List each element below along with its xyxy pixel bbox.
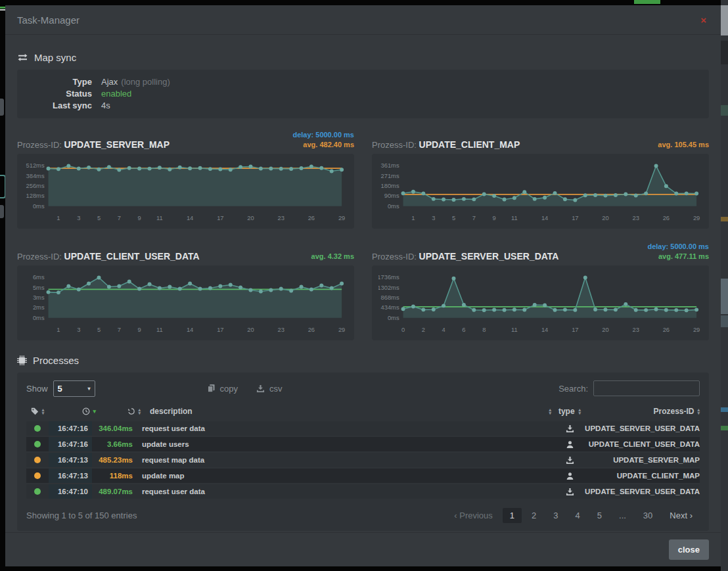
chart-area-svg: 6ms5ms3ms2ms0ms1357911141720232629 bbox=[24, 271, 348, 335]
table-row[interactable]: 16:47:16346.04msrequest user dataUPDATE_… bbox=[26, 421, 700, 436]
type-cell bbox=[551, 456, 588, 465]
chart-avg-value: avg. 4.32 ms bbox=[311, 252, 354, 262]
pagination-previous[interactable]: ‹ Previous bbox=[447, 508, 500, 523]
pagination-page-...[interactable]: ... bbox=[612, 508, 633, 523]
svg-text:1: 1 bbox=[411, 215, 415, 221]
col-process-id-header[interactable]: Prozess-ID ▴▾ bbox=[588, 407, 700, 416]
svg-text:3: 3 bbox=[432, 215, 435, 221]
chart-area-svg: 1736ms1302ms868ms434ms0ms024681114172023… bbox=[378, 271, 702, 335]
map-sync-status-row: Status enabled bbox=[26, 88, 700, 100]
status-cell bbox=[26, 425, 49, 432]
pagination-next[interactable]: Next › bbox=[662, 508, 700, 523]
status-value: enabled bbox=[101, 88, 131, 100]
chart-block: Prozess-ID: UPDATE_SERVER_USER_DATAdelay… bbox=[372, 238, 709, 340]
description-cell: update users bbox=[137, 440, 551, 448]
duration-cell: 346.04ms bbox=[92, 424, 137, 432]
close-button[interactable]: close bbox=[669, 539, 709, 560]
processes-panel: Show 5 ▾ copy csv bbox=[17, 373, 709, 531]
type-label: Type bbox=[26, 76, 92, 88]
svg-text:23: 23 bbox=[633, 327, 639, 333]
charts-grid: Prozess-ID: UPDATE_SERVER_MAPdelay: 5000… bbox=[17, 126, 709, 340]
process-table-body: 16:47:16346.04msrequest user dataUPDATE_… bbox=[26, 421, 700, 499]
sort-icon: ▴▾ bbox=[138, 408, 141, 415]
table-controls: Show 5 ▾ copy csv bbox=[26, 379, 700, 398]
type-cell bbox=[551, 424, 588, 433]
svg-text:26: 26 bbox=[308, 327, 315, 333]
col-time-header[interactable]: ▾ bbox=[49, 407, 100, 415]
pagination-page-3[interactable]: 3 bbox=[546, 508, 565, 523]
description-column-label: description bbox=[150, 407, 193, 416]
svg-text:0: 0 bbox=[401, 327, 405, 333]
pagination-page-30[interactable]: 30 bbox=[636, 508, 660, 523]
col-status-header[interactable]: ▴▾ bbox=[26, 407, 49, 415]
scrollbar-thumb[interactable] bbox=[721, 5, 728, 35]
svg-text:7: 7 bbox=[118, 327, 121, 333]
table-row[interactable]: 16:47:10489.07msrequest user dataUPDATE_… bbox=[26, 484, 700, 499]
process-id-cell: UPDATE_SERVER_MAP bbox=[588, 456, 700, 464]
description-cell: request map data bbox=[137, 456, 551, 464]
svg-text:20: 20 bbox=[602, 215, 608, 221]
col-type-header[interactable]: type ▴▾ bbox=[551, 407, 588, 416]
svg-text:11: 11 bbox=[511, 327, 518, 333]
svg-text:9: 9 bbox=[138, 215, 141, 221]
process-id-prefix: Prozess-ID: bbox=[17, 140, 62, 150]
time-cell: 16:47:13 bbox=[49, 453, 92, 467]
chart-header: Prozess-ID: UPDATE_CLIENT_MAPavg. 105.45… bbox=[372, 126, 709, 154]
chart-stats: delay: 5000.00 msavg. 482.40 ms bbox=[292, 130, 354, 150]
show-entries-select[interactable]: 5 ▾ bbox=[53, 380, 95, 397]
csv-button-label: csv bbox=[269, 384, 283, 394]
svg-text:5: 5 bbox=[452, 215, 455, 221]
sort-icon: ▴▾ bbox=[697, 408, 700, 415]
copy-button[interactable]: copy bbox=[207, 384, 238, 394]
svg-text:29: 29 bbox=[693, 327, 700, 333]
pagination-page-4[interactable]: 4 bbox=[568, 508, 587, 523]
pagination-page-1[interactable]: 1 bbox=[503, 508, 522, 523]
chart-block: Prozess-ID: UPDATE_SERVER_MAPdelay: 5000… bbox=[17, 126, 354, 229]
chart-title: Prozess-ID: UPDATE_SERVER_USER_DATA bbox=[372, 251, 558, 262]
svg-text:2ms: 2ms bbox=[33, 304, 45, 311]
table-row[interactable]: 16:47:163.66msupdate usersUPDATE_CLIENT_… bbox=[26, 437, 700, 451]
svg-text:17: 17 bbox=[217, 327, 223, 333]
pagination-page-5[interactable]: 5 bbox=[590, 508, 609, 523]
process-id-prefix: Prozess-ID: bbox=[372, 252, 417, 262]
time-cell: 16:47:13 bbox=[49, 468, 92, 483]
show-label: Show bbox=[26, 384, 48, 394]
svg-text:1: 1 bbox=[57, 215, 60, 221]
process-table: ▴▾ ▾ ▴▾ descript bbox=[26, 404, 700, 499]
svg-text:3ms: 3ms bbox=[33, 294, 45, 301]
sort-icon: ▴▾ bbox=[579, 408, 581, 415]
svg-text:180ms: 180ms bbox=[380, 183, 399, 189]
svg-text:8: 8 bbox=[482, 327, 486, 333]
process-id-column-label: Prozess-ID bbox=[653, 407, 694, 416]
process-name: UPDATE_SERVER_MAP bbox=[64, 139, 170, 150]
svg-text:5: 5 bbox=[97, 215, 101, 221]
duration-cell: 489.07ms bbox=[92, 488, 137, 495]
close-icon[interactable]: × bbox=[698, 14, 709, 26]
status-dot bbox=[34, 425, 41, 432]
chart-avg-value: avg. 105.45 ms bbox=[658, 140, 709, 150]
underlay-fragment bbox=[721, 426, 728, 430]
table-row[interactable]: 16:47:13118msupdate mapUPDATE_CLIENT_MAP bbox=[26, 468, 700, 483]
svg-text:256ms: 256ms bbox=[26, 183, 44, 189]
svg-text:14: 14 bbox=[541, 327, 548, 333]
svg-text:3: 3 bbox=[77, 327, 80, 333]
col-description-header[interactable]: description ▴▾ bbox=[145, 407, 551, 416]
pagination-page-2[interactable]: 2 bbox=[524, 508, 543, 523]
table-row[interactable]: 16:47:13485.23msrequest map dataUPDATE_S… bbox=[26, 453, 700, 467]
process-id-prefix: Prozess-ID: bbox=[17, 252, 62, 262]
csv-button[interactable]: csv bbox=[256, 384, 283, 394]
type-cell bbox=[551, 488, 588, 496]
map-sync-heading-label: Map sync bbox=[34, 52, 76, 63]
duration-cell: 118ms bbox=[92, 472, 137, 480]
chart-stats: delay: 5000.00 msavg. 477.11 ms bbox=[647, 242, 709, 262]
chart-panel: 512ms384ms256ms128ms0ms13579111417202326… bbox=[17, 154, 354, 229]
status-dot bbox=[34, 441, 41, 447]
entries-summary: Showing 1 to 5 of 150 entries bbox=[26, 511, 137, 520]
chart-block: Prozess-ID: UPDATE_CLIENT_USER_DATAavg. … bbox=[17, 238, 354, 340]
col-duration-header[interactable]: ▴▾ bbox=[100, 407, 145, 415]
svg-text:26: 26 bbox=[663, 215, 670, 221]
search-input[interactable] bbox=[593, 380, 700, 396]
type-cell bbox=[551, 472, 588, 480]
svg-text:2: 2 bbox=[422, 327, 425, 333]
pagination: ‹ Previous12345...30Next › bbox=[447, 508, 700, 523]
